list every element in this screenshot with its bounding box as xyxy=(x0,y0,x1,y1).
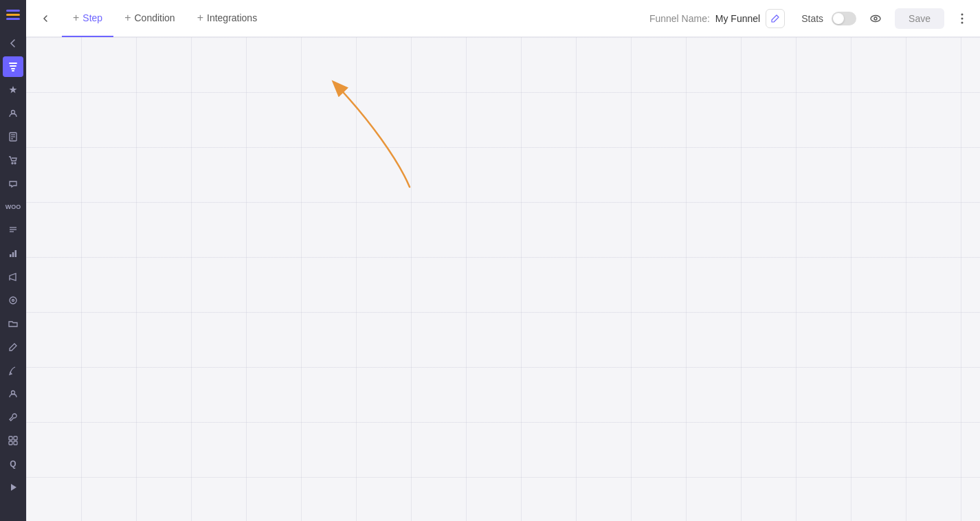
funnel-name-section: Funnel Name: My Funnel xyxy=(649,9,785,28)
preview-button[interactable] xyxy=(865,8,887,30)
save-button[interactable]: Save xyxy=(895,8,944,29)
sidebar-item-content[interactable] xyxy=(3,220,23,241)
tab-step-plus: + xyxy=(73,12,79,24)
more-options-button[interactable] xyxy=(953,9,972,28)
sidebar-item-back[interactable] xyxy=(3,33,23,54)
sidebar: WOO xyxy=(0,0,26,521)
topbar-right: Stats Save xyxy=(801,8,972,30)
svg-point-28 xyxy=(874,17,877,20)
tab-step[interactable]: + Step xyxy=(62,0,113,37)
tab-condition-plus: + xyxy=(124,12,131,24)
app-layout: WOO xyxy=(0,0,980,521)
canvas[interactable] xyxy=(26,37,980,521)
sidebar-logo[interactable] xyxy=(3,5,23,25)
stats-toggle[interactable] xyxy=(832,12,856,25)
sidebar-item-editor[interactable] xyxy=(3,337,23,357)
svg-rect-5 xyxy=(11,68,15,69)
main-content: + Step + Condition + Integrations Funnel… xyxy=(26,0,980,521)
svg-rect-24 xyxy=(14,436,17,440)
svg-rect-0 xyxy=(6,10,20,12)
svg-point-22 xyxy=(12,391,15,395)
sidebar-item-funnels[interactable] xyxy=(3,56,23,77)
svg-rect-17 xyxy=(10,254,12,257)
svg-point-27 xyxy=(871,15,880,21)
sidebar-item-analytics[interactable] xyxy=(3,243,23,264)
back-button[interactable] xyxy=(34,8,56,30)
svg-rect-19 xyxy=(15,250,17,257)
topbar: + Step + Condition + Integrations Funnel… xyxy=(26,0,980,37)
tab-condition[interactable]: + Condition xyxy=(113,0,186,37)
tab-condition-label: Condition xyxy=(135,12,175,23)
funnel-name-value: My Funnel xyxy=(715,13,760,24)
svg-point-7 xyxy=(12,111,15,114)
sidebar-item-query[interactable]: Q xyxy=(3,454,23,474)
svg-rect-25 xyxy=(9,441,12,445)
sidebar-item-pages[interactable] xyxy=(3,126,23,147)
sidebar-item-campaigns[interactable] xyxy=(3,267,23,287)
sidebar-item-feedback[interactable] xyxy=(3,173,23,194)
sidebar-item-integrations[interactable] xyxy=(3,430,23,451)
svg-rect-6 xyxy=(12,70,14,71)
svg-point-12 xyxy=(12,163,13,164)
tab-step-label: Step xyxy=(82,12,102,23)
svg-point-30 xyxy=(961,17,964,19)
sidebar-item-draw[interactable] xyxy=(3,360,23,381)
sidebar-item-contacts[interactable] xyxy=(3,384,23,404)
svg-rect-4 xyxy=(10,65,16,67)
svg-point-21 xyxy=(12,300,14,302)
sidebar-item-orders[interactable] xyxy=(3,150,23,170)
svg-rect-26 xyxy=(14,441,17,445)
sidebar-item-star[interactable] xyxy=(3,80,23,100)
sidebar-item-tools[interactable] xyxy=(3,407,23,428)
sidebar-item-lists[interactable] xyxy=(3,290,23,311)
svg-point-29 xyxy=(961,13,964,15)
sidebar-item-folders[interactable] xyxy=(3,313,23,334)
svg-rect-18 xyxy=(12,252,14,257)
svg-rect-1 xyxy=(6,14,20,16)
svg-point-13 xyxy=(14,163,16,164)
tab-integrations[interactable]: + Integrations xyxy=(186,0,269,37)
svg-point-20 xyxy=(10,297,16,304)
stats-label: Stats xyxy=(801,13,823,24)
tab-integrations-label: Integrations xyxy=(207,12,257,23)
svg-rect-23 xyxy=(9,436,12,440)
svg-rect-3 xyxy=(9,63,17,64)
tab-integrations-plus: + xyxy=(197,12,203,24)
svg-point-31 xyxy=(961,21,964,23)
edit-funnel-name-button[interactable] xyxy=(766,9,785,28)
svg-rect-2 xyxy=(6,18,20,20)
sidebar-item-publish[interactable] xyxy=(3,477,23,498)
funnel-name-label: Funnel Name: xyxy=(649,13,710,24)
sidebar-item-agents[interactable] xyxy=(3,103,23,124)
sidebar-item-woo[interactable]: WOO xyxy=(3,197,23,217)
